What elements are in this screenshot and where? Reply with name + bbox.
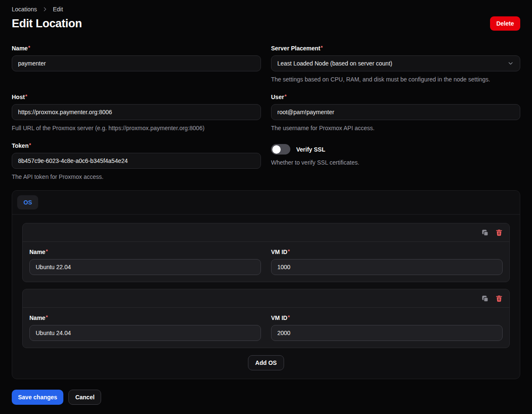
os-card-body: Name* VM ID*: [23, 242, 509, 282]
os-name-input[interactable]: [29, 325, 261, 341]
breadcrumb-locations[interactable]: Locations: [12, 6, 37, 13]
host-label: Host*: [12, 94, 261, 100]
verify-ssl-toggle[interactable]: [271, 144, 290, 155]
os-name-field-group: Name*: [29, 249, 261, 275]
required-marker: *: [288, 314, 290, 320]
os-card: Name* VM ID*: [22, 223, 510, 282]
os-vmid-input[interactable]: [271, 259, 503, 275]
user-field-group: User* The username for Proxmox API acces…: [271, 94, 520, 131]
required-marker: *: [29, 142, 31, 148]
chevron-right-icon: [42, 6, 48, 12]
breadcrumb-edit[interactable]: Edit: [53, 6, 63, 13]
host-field-group: Host* Full URL of the Proxmox server (e.…: [12, 94, 261, 131]
duplicate-os-icon[interactable]: [481, 229, 489, 236]
os-name-input[interactable]: [29, 259, 261, 275]
required-marker: *: [25, 94, 27, 100]
name-input[interactable]: [12, 55, 261, 71]
os-panel: OS Name* VM ID*: [12, 190, 520, 379]
os-card-header: [23, 223, 509, 242]
os-name-field-group: Name*: [29, 314, 261, 341]
footer-actions: Save changes Cancel: [12, 390, 520, 405]
toggle-knob: [272, 145, 281, 154]
server-placement-value: Least Loaded Node (based on server count…: [277, 60, 392, 67]
page-header: Edit Location Delete: [12, 16, 520, 31]
token-label: Token*: [12, 142, 261, 149]
token-help: The API token for Proxmox access.: [12, 173, 261, 180]
user-input[interactable]: [271, 104, 520, 120]
delete-button[interactable]: Delete: [490, 16, 520, 31]
user-label: User*: [271, 94, 520, 100]
os-card-header: [23, 289, 509, 308]
token-field-group: Token* The API token for Proxmox access.: [12, 142, 261, 180]
os-vmid-field-group: VM ID*: [271, 314, 503, 341]
os-vmid-input[interactable]: [271, 325, 503, 341]
required-marker: *: [321, 45, 323, 51]
breadcrumb: Locations Edit: [12, 6, 520, 13]
delete-os-icon[interactable]: [495, 229, 503, 236]
os-card: Name* VM ID*: [22, 289, 510, 348]
server-placement-label: Server Placement*: [271, 45, 520, 52]
server-placement-field-group: Server Placement* Least Loaded Node (bas…: [271, 45, 520, 83]
os-name-label: Name*: [29, 314, 261, 321]
duplicate-os-icon[interactable]: [481, 295, 489, 302]
required-marker: *: [46, 249, 48, 254]
name-field-group: Name*: [12, 45, 261, 83]
token-input[interactable]: [12, 153, 261, 169]
delete-os-icon[interactable]: [495, 295, 503, 302]
host-help: Full URL of the Proxmox server (e.g. htt…: [12, 125, 261, 131]
location-form: Name* Server Placement* Least Loaded Nod…: [12, 45, 520, 191]
required-marker: *: [28, 45, 30, 51]
verify-ssl-help: Whether to verify SSL certificates.: [271, 159, 520, 166]
required-marker: *: [288, 249, 290, 254]
os-tab-bar: OS: [12, 191, 520, 214]
server-placement-help: The settings based on CPU, RAM, and disk…: [271, 76, 520, 83]
verify-ssl-field-group: Verify SSL Whether to verify SSL certifi…: [271, 142, 520, 180]
os-card-body: Name* VM ID*: [23, 308, 509, 348]
os-name-label: Name*: [29, 249, 261, 255]
save-button[interactable]: Save changes: [12, 390, 63, 405]
host-input[interactable]: [12, 104, 261, 120]
page-title: Edit Location: [12, 17, 82, 30]
os-vmid-label: VM ID*: [271, 249, 503, 255]
user-help: The username for Proxmox API access.: [271, 125, 520, 131]
required-marker: *: [284, 94, 287, 100]
required-marker: *: [46, 314, 48, 320]
server-placement-select[interactable]: Least Loaded Node (based on server count…: [271, 55, 520, 71]
add-os-button[interactable]: Add OS: [248, 355, 284, 370]
cancel-button[interactable]: Cancel: [68, 390, 101, 405]
os-panel-body: Name* VM ID* Name*: [12, 215, 520, 379]
verify-ssl-label: Verify SSL: [296, 146, 325, 153]
name-label: Name*: [12, 45, 261, 52]
tab-os[interactable]: OS: [17, 195, 38, 210]
os-vmid-field-group: VM ID*: [271, 249, 503, 275]
os-vmid-label: VM ID*: [271, 314, 503, 321]
chevron-down-icon: [507, 60, 514, 67]
